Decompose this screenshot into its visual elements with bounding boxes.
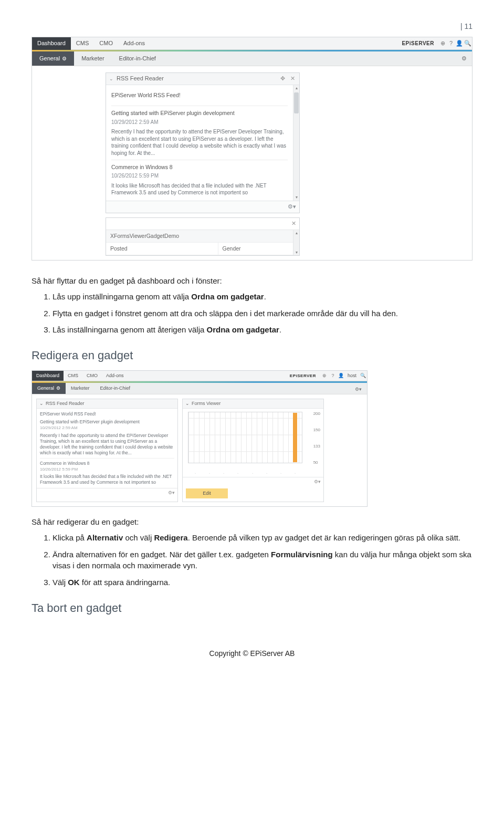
- feed-item-date: 10/26/2012 5:59 PM: [111, 171, 288, 182]
- nav-dashboard[interactable]: Dashboard: [32, 37, 71, 50]
- gear-icon: ⚙: [62, 55, 67, 63]
- xforms-title: XFormsViewerGadgetDemo: [106, 230, 293, 242]
- feed-item-text: Recently I had the opportunity to attend…: [111, 128, 288, 157]
- nav-cms[interactable]: CMS: [64, 371, 82, 381]
- step-text: . Beroende på vilken typ av gadget det ä…: [188, 533, 461, 542]
- screenshot-edit-gadget: Dashboard CMS CMO Add-ons EPiSERVER ⊕ ? …: [32, 370, 368, 507]
- step-item: Lås inställningarna genom att återigen v…: [52, 324, 472, 336]
- ytick: 200: [313, 411, 320, 417]
- user-icon[interactable]: 👤: [455, 39, 464, 48]
- step-bold: Redigera: [154, 533, 187, 542]
- col-posted[interactable]: Posted: [106, 243, 218, 255]
- feed-item-title[interactable]: Commerce in Windows 8: [111, 163, 288, 171]
- footer-copyright: Copyright © EPiServer AB: [32, 648, 472, 659]
- heading-redigera: Redigera en gadget: [32, 347, 472, 364]
- brand-logo: EPiSERVER: [402, 40, 438, 48]
- step-text: Ändra alternativen för en gadget. När de…: [52, 550, 271, 559]
- step-bold: Ordna om gadgetar: [207, 325, 279, 334]
- step-item: Klicka på Alternativ och välj Redigera. …: [52, 532, 472, 544]
- scrollbar[interactable]: ▴ ▾: [293, 230, 299, 255]
- chevron-down-icon[interactable]: ⌄: [39, 400, 44, 407]
- nav-addons[interactable]: Add-ons: [102, 371, 128, 381]
- feed-item-title[interactable]: Getting started with EPiServer plugin de…: [40, 419, 174, 425]
- feed-item-title[interactable]: Getting started with EPiServer plugin de…: [111, 109, 288, 117]
- nav-cmo[interactable]: CMO: [94, 37, 118, 50]
- panel-gear-icon[interactable]: ⚙▾: [314, 478, 321, 485]
- col-gender[interactable]: Gender: [218, 243, 293, 255]
- subnav-general[interactable]: General ⚙: [32, 383, 66, 394]
- settings-gear-icon[interactable]: ⚙: [456, 51, 472, 66]
- chart-y-values: 200 150 133 50: [313, 411, 320, 465]
- steps-list-2: Klicka på Alternativ och välj Redigera. …: [52, 532, 472, 588]
- subnav-general-label: General: [37, 385, 54, 392]
- page-number: | 11: [32, 21, 472, 32]
- step-item: Välj OK för att spara ändringarna.: [52, 577, 472, 588]
- help-icon[interactable]: ?: [329, 372, 337, 379]
- globe-icon[interactable]: ⊕: [320, 372, 329, 379]
- move-icon[interactable]: ✥: [279, 75, 286, 83]
- feed-item-date: 10/26/2012 5:59 PM: [40, 466, 174, 474]
- step-item: Flytta en gadget i fönstret genom att dr…: [52, 308, 472, 319]
- scroll-up-icon[interactable]: ▴: [293, 85, 299, 91]
- brand-logo: EPiSERVER: [290, 373, 320, 379]
- step-text: för att spara ändringarna.: [80, 578, 171, 587]
- feed-item-date: 10/29/2012 2:59 AM: [111, 118, 288, 129]
- chart-bar: [293, 413, 297, 462]
- scroll-up-icon[interactable]: ▴: [293, 230, 299, 236]
- nav-cms[interactable]: CMS: [71, 37, 94, 50]
- ytick: 150: [313, 427, 320, 433]
- panel-title: Forms Viewer: [192, 400, 321, 407]
- xforms-panel: ✕ XFormsViewerGadgetDemo Posted Gender ▴: [106, 217, 300, 256]
- help-icon[interactable]: ?: [447, 39, 455, 48]
- panel-title: RSS Feed Reader: [46, 400, 175, 407]
- scroll-thumb[interactable]: [294, 92, 299, 113]
- rss-panel: ⌄ RSS Feed Reader EPiServer World RSS Fe…: [36, 399, 178, 502]
- panel-gear-icon[interactable]: ⚙▾: [288, 203, 296, 211]
- scroll-down-icon[interactable]: ▾: [293, 249, 299, 256]
- step-text: .: [279, 325, 281, 334]
- chevron-down-icon[interactable]: ⌄: [185, 400, 190, 407]
- subnav-marketer[interactable]: Marketer: [74, 51, 111, 66]
- close-icon[interactable]: ✕: [291, 220, 296, 228]
- subnav-general[interactable]: General ⚙: [32, 51, 74, 66]
- scrollbar[interactable]: ▴ ▾: [293, 85, 299, 201]
- scroll-down-icon[interactable]: ▾: [293, 194, 299, 201]
- ytick: 50: [313, 460, 320, 466]
- settings-gear-icon[interactable]: ⚙▾: [350, 383, 367, 394]
- heading-tabort: Ta bort en gadget: [32, 600, 472, 617]
- step-text: och välj: [123, 533, 154, 542]
- forms-viewer-panel: ⌄ Forms Viewer 200 150 133 50 ········: [182, 399, 324, 502]
- chart-x-labels: ········: [188, 471, 302, 476]
- top-nav: Dashboard CMS CMO Add-ons EPiSERVER ⊕ ? …: [32, 371, 367, 381]
- gear-icon: ⚙: [56, 385, 60, 392]
- step-text: Lås upp inställningarna genom att välja: [52, 292, 191, 301]
- step-text: .: [264, 292, 266, 301]
- subnav-editor[interactable]: Editor-in-Chief: [112, 51, 163, 66]
- step-item: Ändra alternativen för en gadget. När de…: [52, 549, 472, 572]
- globe-icon[interactable]: ⊕: [438, 39, 447, 48]
- nav-cmo[interactable]: CMO: [82, 371, 102, 381]
- step-bold: Formulärvisning: [271, 550, 333, 559]
- edit-button[interactable]: Edit: [186, 488, 228, 498]
- screenshot-dashboard: Dashboard CMS CMO Add-ons EPiSERVER ⊕ ? …: [32, 37, 472, 261]
- close-icon[interactable]: ✕: [289, 75, 296, 83]
- step-text: Välj: [52, 578, 68, 587]
- step-text: Lås inställningarna genom att återigen v…: [52, 325, 207, 334]
- nav-addons[interactable]: Add-ons: [118, 37, 150, 50]
- user-icon[interactable]: 👤: [337, 372, 345, 379]
- search-icon[interactable]: 🔍: [359, 372, 367, 379]
- feed-item-date: 10/29/2012 2:59 AM: [40, 425, 174, 432]
- feed-item-title[interactable]: Commerce in Windows 8: [40, 461, 174, 466]
- subnav-editor[interactable]: Editor-in-Chief: [95, 383, 136, 394]
- nav-dashboard[interactable]: Dashboard: [32, 371, 64, 381]
- panel-title: RSS Feed Reader: [117, 75, 276, 83]
- subnav-marketer[interactable]: Marketer: [66, 383, 95, 394]
- feed-title: EPiServer World RSS Feed!: [111, 89, 288, 102]
- search-icon[interactable]: 🔍: [464, 39, 472, 48]
- sub-nav: General ⚙ Marketer Editor-in-Chief ⚙: [32, 51, 472, 66]
- panel-gear-icon[interactable]: ⚙▾: [168, 490, 175, 496]
- sub-nav: General ⚙ Marketer Editor-in-Chief ⚙▾: [32, 383, 367, 394]
- feed-item-text: Recently I had the opportunity to attend…: [40, 433, 174, 456]
- intro-text: Så här flyttar du en gadget på dashboard…: [32, 275, 472, 287]
- chevron-down-icon[interactable]: ⌄: [109, 76, 113, 82]
